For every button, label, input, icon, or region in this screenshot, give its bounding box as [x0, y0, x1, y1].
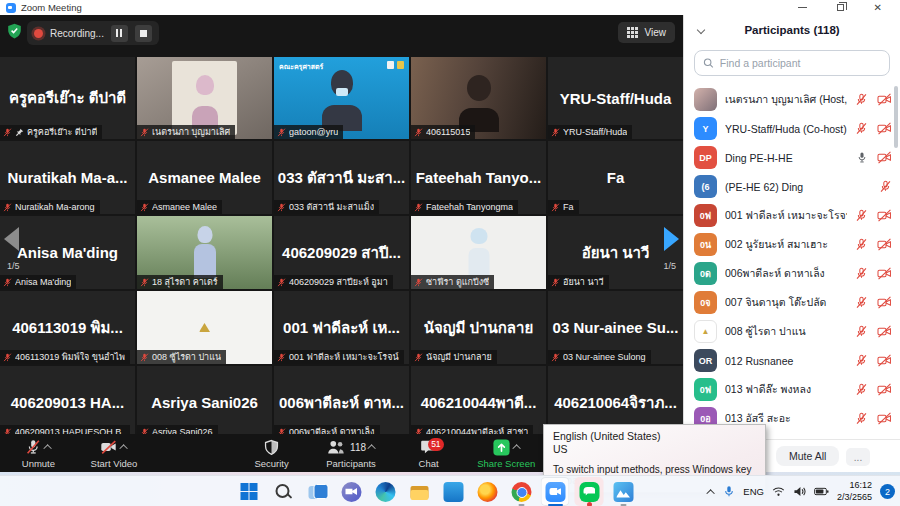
participant-tile[interactable]: YRU-Staff/Huda YRU-Staff/Huda — [548, 57, 683, 139]
panel-more-button[interactable]: ... — [846, 448, 870, 466]
participant-row[interactable]: (6 (PE-HE 62) Ding — [684, 172, 900, 201]
close-button[interactable]: ✕ — [874, 3, 882, 13]
speaker-icon[interactable] — [793, 486, 806, 497]
wifi-icon[interactable] — [772, 486, 785, 497]
participant-status-icons — [855, 122, 892, 135]
participant-tile[interactable]: Fa Fa — [548, 141, 683, 214]
taskbar-app-firefox[interactable] — [473, 477, 502, 506]
participant-row[interactable]: 0น 002 นูรัยนะห์ สมาเฮาะ — [684, 230, 900, 259]
participant-tile[interactable]: Asmanee Malee Asmanee Malee — [137, 141, 272, 214]
avatar: Y — [694, 117, 717, 140]
camera-off-icon — [99, 438, 118, 456]
participant-row[interactable]: 0ฟ 001 ฟาดีละห์ เหมาะจะโรจน์ — [684, 201, 900, 230]
start-video-button[interactable]: Start Video — [71, 434, 157, 472]
search-box[interactable] — [694, 50, 890, 76]
participant-name: 001 ฟาดีละห์ เหมาะจะโรจน์ — [725, 207, 847, 224]
participant-name: YRU-Staff/Huda (Co-host) — [725, 123, 847, 135]
taskbar-app-photos[interactable] — [609, 477, 638, 506]
participant-tile[interactable]: คณะครุศาสตร์ gatoon@yru — [274, 57, 409, 139]
clock[interactable]: 16:12 2/3/2565 — [837, 480, 872, 503]
participant-tile[interactable]: นัจญมี ปานกลาย นัจญมี ปานกลาย — [411, 291, 546, 364]
participant-row[interactable]: 0จ 007 จินดานุต โต๊ะปลัด — [684, 288, 900, 317]
participant-row[interactable]: Y YRU-Staff/Huda (Co-host) — [684, 114, 900, 143]
taskbar-app-mail[interactable] — [439, 477, 468, 506]
person-silhouette — [468, 248, 489, 276]
participant-status-icons — [855, 238, 892, 251]
participant-tile[interactable]: 406115015 — [411, 57, 546, 139]
camera-off-icon — [877, 412, 892, 425]
taskbar-app-search[interactable] — [269, 477, 298, 506]
mute-all-button[interactable]: Mute All — [776, 446, 839, 466]
taskbar-app-edge[interactable] — [371, 477, 400, 506]
participant-tile[interactable]: 033 ตัสวานี มะสา... 033 ตัสวานี มะสาแม็ง — [274, 141, 409, 214]
unmute-button[interactable]: Unmute — [6, 434, 71, 472]
zoom-meeting-window: Recording... View ครูคอรีเย๊าะ ตีปาตี คร… — [0, 15, 900, 472]
taskbar-app-chrome[interactable] — [507, 477, 536, 506]
running-indicator — [587, 502, 592, 506]
participant-tile[interactable]: 406209013 HA... 406209013 HAPUESOH B... — [0, 366, 135, 439]
language-indicator[interactable]: ENG — [743, 486, 764, 497]
participant-tile[interactable]: เนตรนภา บุญมาเลิศ — [137, 57, 272, 139]
mic-muted-icon — [855, 383, 868, 396]
participant-tile[interactable]: ครูคอรีเย๊าะ ตีปาตี ครูคอรีเย๊าะ ตีปาตี — [0, 57, 135, 139]
participant-row[interactable]: เนตรนภา บุญมาเลิศ (Host, me) — [684, 85, 900, 114]
participant-tile[interactable]: Nuratikah Ma-a... Nuratikah Ma-arong — [0, 141, 135, 214]
participant-tile[interactable]: อัยนา นาวี อัยนา นาวี — [548, 216, 683, 289]
taskbar-app-taskview[interactable] — [303, 477, 332, 506]
tile-name-label: เนตรนภา บุญมาเลิศ — [137, 125, 235, 139]
tile-name-text: เนตรนภา บุญมาเลิศ — [152, 125, 230, 139]
security-button[interactable]: Security — [237, 434, 306, 472]
taskbar-app-explorer[interactable] — [405, 477, 434, 506]
share-options-caret[interactable] — [512, 444, 520, 452]
audio-options-caret[interactable] — [44, 444, 52, 452]
taskbar-app-start[interactable] — [235, 477, 264, 506]
battery-icon[interactable] — [814, 487, 829, 496]
participants-options-caret[interactable] — [367, 444, 375, 452]
page-indicator: 1/5 — [663, 261, 676, 271]
panel-scrollbar[interactable] — [894, 86, 898, 148]
taskbar-app-chat[interactable] — [337, 477, 366, 506]
video-options-caret[interactable] — [120, 444, 128, 452]
share-screen-button[interactable]: Share Screen — [461, 434, 551, 472]
participant-tile[interactable]: Fateehah Tanyo... Fateehah Tanyongma — [411, 141, 546, 214]
participant-tile[interactable]: 406209029 สาปี... 406209029 สาปียะห์ อูม… — [274, 216, 409, 289]
participants-button[interactable]: 118 Participants — [306, 434, 396, 472]
participant-tile[interactable]: 18 สุไรดา คาเดร์ — [137, 216, 272, 289]
tray-overflow-icon[interactable] — [707, 489, 715, 497]
avatar: 0ฟ — [694, 204, 717, 227]
system-tray: ENG 16:12 2/3/2565 2 — [709, 476, 895, 506]
minimize-button[interactable] — [798, 7, 807, 9]
participant-status-icons — [855, 93, 892, 106]
participant-tile[interactable]: 406113019 พิม... 406113019 พิมพ์ใจ ขุนอำ… — [0, 291, 135, 364]
chat-button[interactable]: 51 Chat — [396, 434, 461, 472]
tile-name-text: ซาฟีรา ตูแกปีงซี — [426, 275, 489, 289]
pause-recording-button[interactable] — [111, 25, 128, 42]
notification-badge[interactable]: 2 — [880, 484, 895, 499]
participant-tile[interactable]: 03 Nur-ainee Su... 03 Nur-ainee Sulong — [548, 291, 683, 364]
search-input[interactable] — [720, 57, 881, 69]
taskbar-app-zoom[interactable] — [541, 477, 570, 506]
participant-tile[interactable]: 006พาตีละห์ ตาห... 006พาตีละห์ ดาหาเล็ง — [274, 366, 409, 439]
view-button[interactable]: View — [618, 22, 676, 43]
participant-row[interactable]: ▲ 008 ซู้ไรดา ปาแน — [684, 317, 900, 346]
participant-tile[interactable]: 001 ฟาดีละห์ เห... 001 ฟาดีละห์ เหมาะจะโ… — [274, 291, 409, 364]
tray-mic-icon[interactable] — [723, 485, 735, 498]
participant-row[interactable]: DP Ding PE-H-HE — [684, 143, 900, 172]
stop-recording-button[interactable] — [135, 25, 152, 42]
line-app-icon — [579, 482, 599, 502]
next-page-arrow[interactable] — [664, 227, 679, 251]
participant-row[interactable]: OR 012 Rusnanee — [684, 346, 900, 375]
taskbar-app-line[interactable] — [575, 477, 604, 506]
participant-row[interactable]: 0ฟ 013 ฟาดีล๊ะ พงหลง — [684, 375, 900, 404]
participant-tile[interactable]: 406210044พาตี... 406210044พาตีละห์ สาชา — [411, 366, 546, 439]
previous-page-arrow[interactable] — [4, 227, 19, 251]
participant-tile[interactable]: Anisa Ma'ding Anisa Ma'ding — [0, 216, 135, 289]
mic-muted-icon — [277, 128, 286, 137]
participant-row[interactable]: 0ด 006พาตีละห์ ดาหาเล็ง — [684, 259, 900, 288]
participant-tile[interactable]: 008 ซู้ไรดา ปาแน — [137, 291, 272, 364]
restore-button[interactable] — [837, 4, 844, 11]
panel-collapse-icon[interactable] — [697, 26, 705, 34]
participant-tile[interactable]: Asriya Sani026 Asriya Sani026 — [137, 366, 272, 439]
mic-muted-icon — [140, 278, 149, 287]
participant-tile[interactable]: ซาฟีรา ตูแกปีงซี — [411, 216, 546, 289]
